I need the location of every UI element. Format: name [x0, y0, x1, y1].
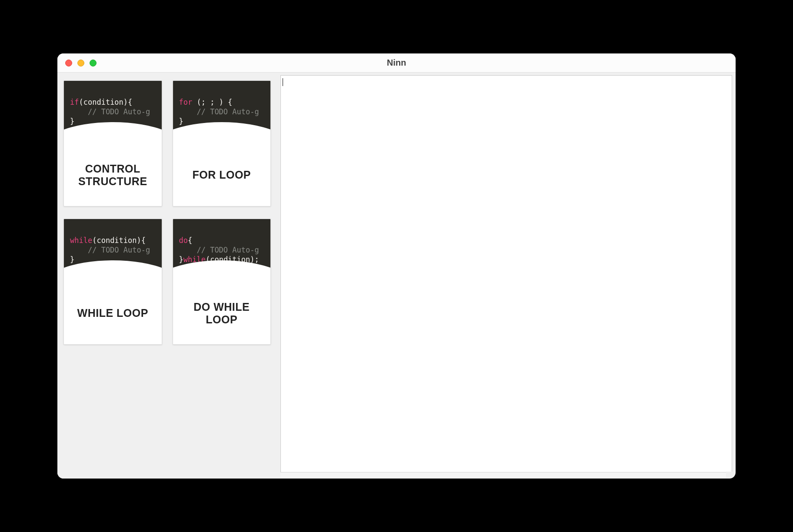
card-while-loop[interactable]: while(condition){ // TODO Auto-g } WHILE… [63, 219, 162, 345]
code-comment: // TODO Auto-g [70, 107, 150, 116]
card-arc-decoration [173, 122, 271, 148]
card-arc-decoration [173, 260, 271, 286]
card-code-preview: while(condition){ // TODO Auto-g } [64, 219, 162, 286]
close-icon[interactable] [65, 60, 72, 66]
code-text: } [179, 117, 183, 126]
content-area: if(condition){ // TODO Auto-g } CONTROL … [57, 73, 736, 479]
card-do-while-loop[interactable]: do{ // TODO Auto-g }while(condition); DO… [173, 219, 271, 345]
card-title: DO WHILE LOOP [173, 286, 271, 344]
code-editor[interactable] [280, 75, 732, 472]
editor-wrap [277, 73, 736, 479]
card-title-label: DO WHILE LOOP [177, 301, 267, 326]
code-comment: // TODO Auto-g [70, 246, 150, 254]
card-for-loop[interactable]: for (; ; ) { // TODO Auto-g } FOR LOOP [173, 80, 271, 206]
titlebar: Ninn [57, 53, 736, 73]
code-text: } [70, 255, 74, 264]
window-title: Ninn [57, 58, 736, 68]
code-keyword: for [179, 98, 193, 106]
card-arc-decoration [64, 122, 162, 148]
text-cursor [283, 78, 283, 86]
code-text: } [179, 255, 183, 264]
code-comment: // TODO Auto-g [179, 107, 259, 116]
maximize-icon[interactable] [90, 60, 97, 66]
code-text: { [188, 236, 192, 245]
code-keyword: if [70, 98, 79, 106]
card-title-label: WHILE LOOP [77, 307, 148, 319]
code-text: (condition){ [79, 98, 132, 106]
card-title-label: FOR LOOP [192, 169, 251, 181]
minimize-icon[interactable] [77, 60, 84, 66]
card-code-preview: if(condition){ // TODO Auto-g } [64, 81, 162, 148]
scroll-corner [726, 472, 732, 478]
card-control-structure[interactable]: if(condition){ // TODO Auto-g } CONTROL … [63, 80, 162, 206]
card-title-label: CONTROL STRUCTURE [68, 163, 157, 188]
card-title: FOR LOOP [173, 148, 271, 206]
code-keyword: while [70, 236, 92, 245]
code-text: (; ; ) { [192, 98, 232, 106]
app-window: Ninn if(condition){ // TODO Auto-g } CON… [57, 53, 736, 479]
horizontal-scrollbar[interactable] [280, 472, 726, 478]
card-arc-decoration [64, 260, 162, 286]
code-comment: // TODO Auto-g [179, 246, 259, 254]
card-title: WHILE LOOP [64, 286, 162, 344]
code-keyword: do [179, 236, 188, 245]
window-controls [57, 60, 97, 66]
code-text: } [70, 117, 74, 126]
card-title: CONTROL STRUCTURE [64, 148, 162, 206]
code-text: (condition){ [92, 236, 146, 245]
card-code-preview: do{ // TODO Auto-g }while(condition); [173, 219, 271, 286]
card-code-preview: for (; ; ) { // TODO Auto-g } [173, 81, 271, 148]
snippet-sidebar: if(condition){ // TODO Auto-g } CONTROL … [57, 73, 277, 479]
